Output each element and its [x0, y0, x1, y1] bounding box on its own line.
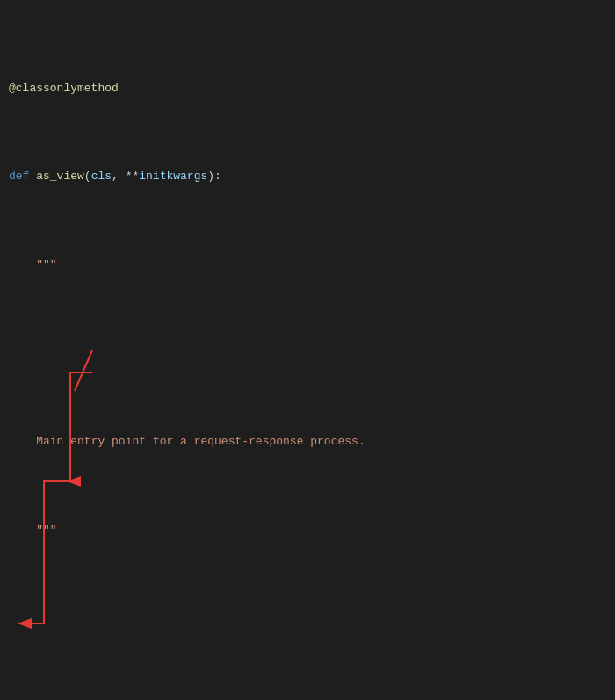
decorator-text: @classonlymethod — [9, 82, 119, 95]
code-block: @classonlymethod def as_view(cls, **init… — [0, 0, 615, 700]
code-line-3: """ — [9, 256, 606, 274]
code-line-2: def as_view(cls, **initkwargs): — [9, 168, 606, 185]
code-line-4 — [9, 345, 606, 363]
code-line-6: """ — [9, 522, 606, 539]
code-line-1: @classonlymethod — [9, 80, 606, 97]
code-line-5: Main entry point for a request-response … — [9, 433, 606, 451]
code-line-7 — [9, 610, 606, 628]
